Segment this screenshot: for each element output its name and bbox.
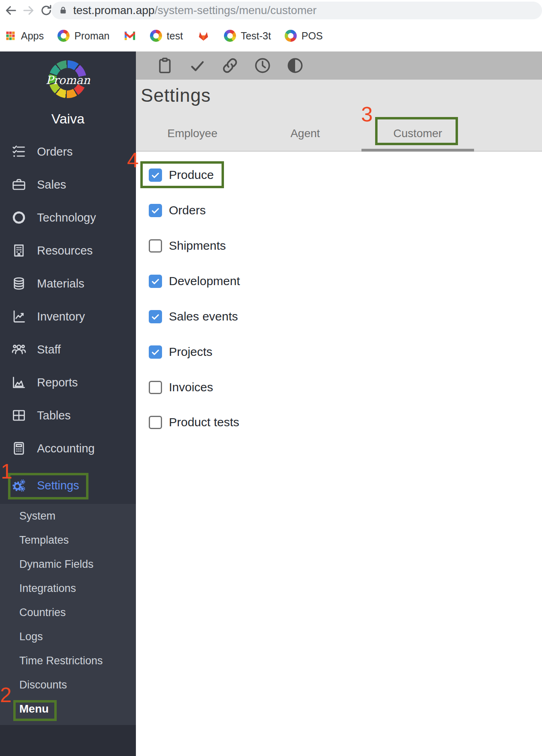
submenu-label: Dynamic Fields xyxy=(19,558,94,571)
forward-icon[interactable] xyxy=(22,4,35,17)
reload-icon[interactable] xyxy=(39,4,53,17)
checkmark-icon xyxy=(150,276,161,287)
checkbox-label[interactable]: Sales events xyxy=(169,310,238,323)
sidebar-item-reports[interactable]: Reports xyxy=(0,366,136,399)
clock-icon[interactable] xyxy=(253,56,272,75)
row-orders: Orders xyxy=(149,203,206,217)
submenu-item-integrations[interactable]: Integrations xyxy=(0,576,136,600)
row-sales-events: Sales events xyxy=(149,310,238,323)
sidebar-item-label: Materials xyxy=(37,277,84,290)
submenu-item-logs[interactable]: Logs xyxy=(0,625,136,649)
sidebar-item-label: Resources xyxy=(37,244,93,257)
submenu-item-time-restrictions[interactable]: Time Restrictions xyxy=(0,649,136,673)
sidebar-item-staff[interactable]: Staff xyxy=(0,333,136,366)
bookmark-pos[interactable]: POS xyxy=(285,30,323,42)
settings-header: Settings Employee Agent Customer xyxy=(136,80,542,152)
tab-employee[interactable]: Employee xyxy=(136,123,249,144)
sidebar-item-orders[interactable]: Orders xyxy=(0,135,136,168)
sidebar-item-label: Staff xyxy=(37,343,61,356)
sidebar-item-sales[interactable]: Sales xyxy=(0,168,136,201)
checkbox-label[interactable]: Product tests xyxy=(169,415,239,429)
bookmark-gitlab[interactable] xyxy=(197,29,210,42)
tab-label: Customer xyxy=(393,127,442,140)
checkmark-icon xyxy=(150,205,161,216)
main-content: Settings Employee Agent Customer Produce… xyxy=(136,51,542,756)
produce-checkbox[interactable] xyxy=(149,168,162,182)
sidebar-item-label: Tables xyxy=(37,409,71,422)
submenu-label: Time Restrictions xyxy=(19,655,103,667)
calculator-icon xyxy=(11,441,27,456)
tab-customer[interactable]: Customer xyxy=(361,123,474,144)
database-icon xyxy=(11,276,27,291)
checkbox-label[interactable]: Projects xyxy=(169,345,212,359)
submenu-item-dynamic-fields[interactable]: Dynamic Fields xyxy=(0,552,136,576)
submenu-label: Logs xyxy=(19,631,43,643)
sidebar-item-accounting[interactable]: Accounting xyxy=(0,432,136,465)
link-icon[interactable] xyxy=(221,56,239,75)
submenu-label: Menu xyxy=(19,703,49,715)
sales-events-checkbox[interactable] xyxy=(149,310,162,323)
sidebar-item-tables[interactable]: Tables xyxy=(0,399,136,432)
row-product-tests: Product tests xyxy=(149,415,239,429)
sidebar-item-technology[interactable]: Technology xyxy=(0,201,136,234)
bookmark-gmail[interactable] xyxy=(123,31,136,41)
contrast-icon[interactable] xyxy=(286,56,304,75)
briefcase-icon xyxy=(11,177,27,192)
row-shipments: Shipments xyxy=(149,239,226,253)
product-tests-checkbox[interactable] xyxy=(149,416,162,429)
submenu-item-templates[interactable]: Templates xyxy=(0,528,136,552)
sidebar-nav: Orders Sales Technology Resources xyxy=(0,135,136,465)
gears-icon xyxy=(11,478,27,493)
checkmark-icon xyxy=(150,311,161,322)
row-projects: Projects xyxy=(149,345,212,359)
checkbox-label[interactable]: Development xyxy=(169,274,240,288)
check-icon[interactable] xyxy=(188,56,207,75)
sidebar-item-label: Sales xyxy=(37,178,66,191)
shipments-checkbox[interactable] xyxy=(149,239,162,253)
sidebar-item-label: Technology xyxy=(37,211,96,224)
submenu-item-countries[interactable]: Countries xyxy=(0,600,136,625)
checkbox-label[interactable]: Shipments xyxy=(169,239,226,253)
submenu-item-system[interactable]: System xyxy=(0,504,136,528)
checkbox-label[interactable]: Produce xyxy=(169,168,214,182)
checkbox-label[interactable]: Orders xyxy=(169,203,206,217)
bookmark-test[interactable]: test xyxy=(150,30,183,42)
settings-submenu: System Templates Dynamic Fields Integrat… xyxy=(0,504,136,725)
bookmark-proman[interactable]: Proman xyxy=(57,30,110,42)
people-icon xyxy=(11,342,27,357)
submenu-item-discounts[interactable]: Discounts xyxy=(0,673,136,697)
apps-grid-icon xyxy=(5,30,16,41)
bookmark-test-3t[interactable]: Test-3t xyxy=(224,30,271,42)
submenu-item-menu[interactable]: Menu xyxy=(0,697,136,721)
active-tab-indicator xyxy=(361,149,474,152)
gmail-icon xyxy=(123,31,136,41)
tab-label: Agent xyxy=(290,127,320,140)
bookmark-label: test xyxy=(167,30,183,42)
building-icon xyxy=(11,243,27,258)
page-title: Settings xyxy=(141,84,211,106)
submenu-label: System xyxy=(19,510,55,522)
sidebar-item-label: Settings xyxy=(37,479,79,492)
sidebar-item-inventory[interactable]: Inventory xyxy=(0,300,136,333)
sidebar-item-settings[interactable]: Settings xyxy=(0,469,147,502)
browser-nav-row: test.proman.app/system-settings/menu/cus… xyxy=(0,0,542,21)
sidebar-item-resources[interactable]: Resources xyxy=(0,234,136,267)
invoices-checkbox[interactable] xyxy=(149,381,162,394)
tab-label: Employee xyxy=(167,127,218,140)
back-icon[interactable] xyxy=(4,4,18,17)
proman-icon xyxy=(150,30,162,42)
sidebar-item-label: Reports xyxy=(37,376,78,389)
sidebar-item-label: Inventory xyxy=(37,310,85,323)
bookmark-apps[interactable]: Apps xyxy=(5,30,44,42)
sidebar-item-label: Accounting xyxy=(37,442,95,455)
sidebar-item-materials[interactable]: Materials xyxy=(0,267,136,300)
report-chart-icon xyxy=(11,375,27,390)
url-bar[interactable]: test.proman.app/system-settings/menu/cus… xyxy=(51,2,542,19)
prochef-icon xyxy=(285,30,297,42)
checkbox-label[interactable]: Invoices xyxy=(169,380,213,394)
development-checkbox[interactable] xyxy=(149,275,162,288)
clipboard-icon[interactable] xyxy=(156,56,174,75)
tab-agent[interactable]: Agent xyxy=(249,123,361,144)
projects-checkbox[interactable] xyxy=(149,345,162,359)
orders-checkbox[interactable] xyxy=(149,204,162,217)
